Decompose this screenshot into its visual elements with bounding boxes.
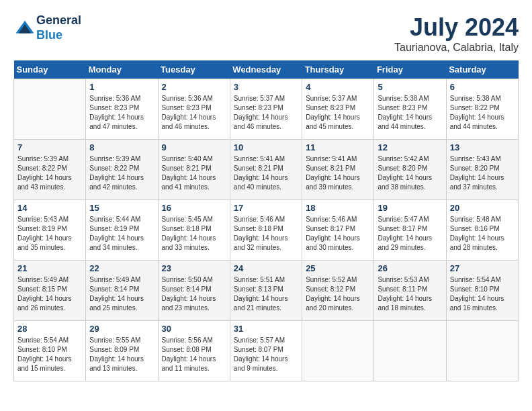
cell-content: Sunrise: 5:38 AMSunset: 8:23 PMDaylight:…	[378, 94, 442, 132]
cell-content: Sunrise: 5:37 AMSunset: 8:23 PMDaylight:…	[234, 94, 298, 132]
week-row-2: 7Sunrise: 5:39 AMSunset: 8:22 PMDaylight…	[14, 140, 519, 200]
calendar-cell: 8Sunrise: 5:39 AMSunset: 8:22 PMDaylight…	[86, 140, 158, 200]
day-number: 4	[306, 82, 370, 92]
cell-content: Sunrise: 5:49 AMSunset: 8:15 PMDaylight:…	[17, 275, 82, 313]
day-number: 21	[17, 263, 82, 273]
day-number: 31	[234, 324, 298, 334]
cell-content: Sunrise: 5:40 AMSunset: 8:21 PMDaylight:…	[162, 154, 226, 192]
cell-content: Sunrise: 5:51 AMSunset: 8:13 PMDaylight:…	[234, 275, 298, 313]
calendar-cell: 31Sunrise: 5:57 AMSunset: 8:07 PMDayligh…	[230, 321, 302, 381]
calendar-cell: 19Sunrise: 5:47 AMSunset: 8:17 PMDayligh…	[374, 200, 446, 261]
cell-content: Sunrise: 5:41 AMSunset: 8:21 PMDaylight:…	[306, 154, 370, 192]
day-number: 24	[234, 263, 298, 273]
day-number: 28	[17, 324, 82, 334]
cell-content: Sunrise: 5:53 AMSunset: 8:11 PMDaylight:…	[378, 275, 442, 313]
day-header-wednesday: Wednesday	[230, 60, 302, 79]
calendar-cell: 23Sunrise: 5:50 AMSunset: 8:14 PMDayligh…	[158, 261, 230, 321]
day-number: 11	[306, 142, 370, 152]
calendar-cell	[14, 79, 86, 140]
calendar-cell: 6Sunrise: 5:38 AMSunset: 8:22 PMDaylight…	[446, 79, 518, 140]
cell-content: Sunrise: 5:49 AMSunset: 8:14 PMDaylight:…	[89, 275, 154, 313]
calendar-cell: 7Sunrise: 5:39 AMSunset: 8:22 PMDaylight…	[14, 140, 86, 200]
cell-content: Sunrise: 5:42 AMSunset: 8:20 PMDaylight:…	[378, 154, 442, 192]
week-row-1: 1Sunrise: 5:36 AMSunset: 8:23 PMDaylight…	[14, 79, 519, 140]
cell-content: Sunrise: 5:36 AMSunset: 8:23 PMDaylight:…	[162, 94, 226, 132]
cell-content: Sunrise: 5:54 AMSunset: 8:10 PMDaylight:…	[450, 275, 515, 313]
day-number: 7	[17, 142, 82, 152]
calendar-cell: 14Sunrise: 5:43 AMSunset: 8:19 PMDayligh…	[14, 200, 86, 261]
day-number: 22	[89, 263, 154, 273]
calendar-cell: 12Sunrise: 5:42 AMSunset: 8:20 PMDayligh…	[374, 140, 446, 200]
day-number: 17	[234, 203, 298, 213]
cell-content: Sunrise: 5:55 AMSunset: 8:09 PMDaylight:…	[89, 336, 154, 373]
cell-content: Sunrise: 5:50 AMSunset: 8:14 PMDaylight:…	[162, 275, 226, 313]
calendar-cell: 9Sunrise: 5:40 AMSunset: 8:21 PMDaylight…	[158, 140, 230, 200]
day-number: 23	[162, 263, 226, 273]
calendar-cell: 13Sunrise: 5:43 AMSunset: 8:20 PMDayligh…	[446, 140, 518, 200]
cell-content: Sunrise: 5:43 AMSunset: 8:20 PMDaylight:…	[450, 154, 515, 192]
cell-content: Sunrise: 5:45 AMSunset: 8:18 PMDaylight:…	[162, 215, 226, 253]
day-number: 26	[378, 263, 442, 273]
calendar-table: SundayMondayTuesdayWednesdayThursdayFrid…	[13, 60, 519, 381]
calendar-header: SundayMondayTuesdayWednesdayThursdayFrid…	[14, 60, 519, 79]
week-row-5: 28Sunrise: 5:54 AMSunset: 8:10 PMDayligh…	[14, 321, 519, 381]
cell-content: Sunrise: 5:54 AMSunset: 8:10 PMDaylight:…	[17, 336, 82, 373]
cell-content: Sunrise: 5:43 AMSunset: 8:19 PMDaylight:…	[17, 215, 82, 253]
calendar-cell: 26Sunrise: 5:53 AMSunset: 8:11 PMDayligh…	[374, 261, 446, 321]
cell-content: Sunrise: 5:37 AMSunset: 8:23 PMDaylight:…	[306, 94, 370, 132]
calendar-cell: 10Sunrise: 5:41 AMSunset: 8:21 PMDayligh…	[230, 140, 302, 200]
day-number: 6	[450, 82, 515, 92]
cell-content: Sunrise: 5:46 AMSunset: 8:18 PMDaylight:…	[234, 215, 298, 253]
day-number: 20	[450, 203, 515, 213]
day-header-saturday: Saturday	[446, 60, 518, 79]
calendar-cell: 15Sunrise: 5:44 AMSunset: 8:19 PMDayligh…	[86, 200, 158, 261]
day-number: 29	[89, 324, 154, 334]
day-number: 5	[378, 82, 442, 92]
calendar-cell: 1Sunrise: 5:36 AMSunset: 8:23 PMDaylight…	[86, 79, 158, 140]
day-number: 13	[450, 142, 515, 152]
calendar-cell: 30Sunrise: 5:56 AMSunset: 8:08 PMDayligh…	[158, 321, 230, 381]
day-number: 27	[450, 263, 515, 273]
cell-content: Sunrise: 5:39 AMSunset: 8:22 PMDaylight:…	[89, 154, 154, 192]
calendar-cell: 27Sunrise: 5:54 AMSunset: 8:10 PMDayligh…	[446, 261, 518, 321]
day-number: 16	[162, 203, 226, 213]
day-number: 8	[89, 142, 154, 152]
calendar-cell	[446, 321, 518, 381]
day-header-monday: Monday	[86, 60, 158, 79]
day-header-friday: Friday	[374, 60, 446, 79]
calendar-cell: 3Sunrise: 5:37 AMSunset: 8:23 PMDaylight…	[230, 79, 302, 140]
calendar-cell: 21Sunrise: 5:49 AMSunset: 8:15 PMDayligh…	[14, 261, 86, 321]
day-number: 9	[162, 142, 226, 152]
calendar-cell: 17Sunrise: 5:46 AMSunset: 8:18 PMDayligh…	[230, 200, 302, 261]
week-row-4: 21Sunrise: 5:49 AMSunset: 8:15 PMDayligh…	[14, 261, 519, 321]
day-number: 18	[306, 203, 370, 213]
cell-content: Sunrise: 5:56 AMSunset: 8:08 PMDaylight:…	[162, 336, 226, 373]
calendar-cell: 5Sunrise: 5:38 AMSunset: 8:23 PMDaylight…	[374, 79, 446, 140]
title-section: July 2024 Taurianova, Calabria, Italy	[394, 13, 519, 54]
calendar-cell: 29Sunrise: 5:55 AMSunset: 8:09 PMDayligh…	[86, 321, 158, 381]
calendar-cell: 25Sunrise: 5:52 AMSunset: 8:12 PMDayligh…	[302, 261, 374, 321]
calendar-cell: 22Sunrise: 5:49 AMSunset: 8:14 PMDayligh…	[86, 261, 158, 321]
calendar-cell: 11Sunrise: 5:41 AMSunset: 8:21 PMDayligh…	[302, 140, 374, 200]
header-row: SundayMondayTuesdayWednesdayThursdayFrid…	[14, 60, 519, 79]
week-row-3: 14Sunrise: 5:43 AMSunset: 8:19 PMDayligh…	[14, 200, 519, 261]
day-number: 2	[162, 82, 226, 92]
day-number: 3	[234, 82, 298, 92]
page-header: General Blue July 2024 Taurianova, Calab…	[13, 13, 519, 54]
cell-content: Sunrise: 5:41 AMSunset: 8:21 PMDaylight:…	[234, 154, 298, 192]
day-number: 12	[378, 142, 442, 152]
cell-content: Sunrise: 5:38 AMSunset: 8:22 PMDaylight:…	[450, 94, 515, 132]
calendar-body: 1Sunrise: 5:36 AMSunset: 8:23 PMDaylight…	[14, 79, 519, 381]
calendar-cell	[374, 321, 446, 381]
calendar-cell: 20Sunrise: 5:48 AMSunset: 8:16 PMDayligh…	[446, 200, 518, 261]
calendar-cell	[302, 321, 374, 381]
cell-content: Sunrise: 5:46 AMSunset: 8:17 PMDaylight:…	[306, 215, 370, 253]
calendar-cell: 28Sunrise: 5:54 AMSunset: 8:10 PMDayligh…	[14, 321, 86, 381]
location: Taurianova, Calabria, Italy	[394, 42, 519, 54]
day-number: 19	[378, 203, 442, 213]
calendar-cell: 16Sunrise: 5:45 AMSunset: 8:18 PMDayligh…	[158, 200, 230, 261]
cell-content: Sunrise: 5:39 AMSunset: 8:22 PMDaylight:…	[17, 154, 82, 192]
day-number: 1	[89, 82, 154, 92]
cell-content: Sunrise: 5:44 AMSunset: 8:19 PMDaylight:…	[89, 215, 154, 253]
day-header-sunday: Sunday	[14, 60, 86, 79]
